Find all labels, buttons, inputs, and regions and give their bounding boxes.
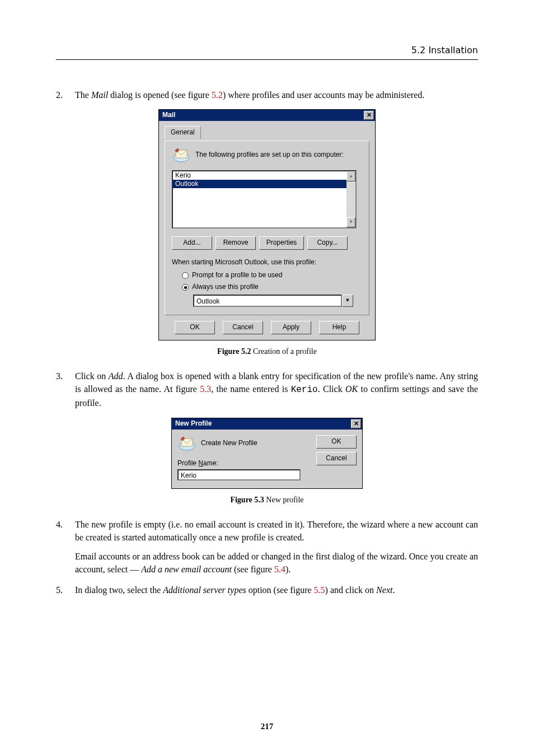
scroll-down-icon[interactable]: ▼ [346,217,355,227]
close-icon[interactable]: ✕ [351,419,361,428]
text: ). [285,564,291,574]
text: The new profile is empty (i.e. no email … [75,518,478,544]
text: The [75,90,91,100]
header-rule [56,59,478,60]
apply-button[interactable]: Apply [271,321,311,334]
list-item[interactable]: Kerio [173,171,346,180]
radio-label: Prompt for a profile to be used [192,270,282,280]
startup-profile-label: When starting Microsoft Outlook, use thi… [172,258,362,267]
new-profile-dialog: New Profile ✕ Create N [171,418,363,489]
list-number: 3. [56,370,75,410]
text: . [392,585,395,595]
list-body: Click on Add. A dialog box is opened wit… [75,370,478,410]
add-button[interactable]: Add... [172,236,212,250]
text: Click on [75,371,109,381]
text: In dialog two, select the [75,585,163,595]
text: Email accounts or an address book can be… [75,550,478,576]
figure-ref-5-5: 5.5 [314,585,325,595]
close-icon[interactable]: ✕ [364,111,374,120]
profiles-description: The following profiles are set up on thi… [195,150,344,160]
profile-icon [177,435,196,452]
properties-button[interactable]: Properties [259,236,304,250]
profiles-listbox[interactable]: Kerio Outlook ▲ ▼ [172,170,357,228]
caption-text: Creation of a profile [251,347,317,356]
cancel-button[interactable]: Cancel [223,321,263,334]
create-new-profile-label: Create New Profile [201,438,257,448]
mnemonic: N [198,459,203,467]
ok-word: OK [345,384,358,394]
mail-dialog: Mail ✕ General [158,109,376,340]
help-button[interactable]: Help [319,321,359,334]
dialog-title: Mail [162,110,175,120]
radio-icon[interactable] [182,272,189,279]
radio-icon[interactable] [182,284,189,291]
profile-name-label: Profile Name: [177,459,311,468]
text: dialog is opened (see figure [108,90,212,100]
list-item[interactable]: Outlook [173,180,346,188]
list-body: The Mail dialog is opened (see figure 5.… [75,88,478,101]
scrollbar[interactable]: ▲ ▼ [346,171,355,227]
radio-label: Always use this profile [192,282,259,292]
text: . Click [318,384,345,394]
list-item-5: 5. In dialog two, select the Additional … [56,584,478,596]
list-body: In dialog two, select the Additional ser… [75,584,478,596]
text: Profile [177,459,198,467]
figure-ref-5-4: 5.4 [274,564,285,574]
figure-5-2-caption: Figure 5.2 Creation of a profile [56,346,478,357]
page-content: 2. The Mail dialog is opened (see figure… [56,88,478,596]
text: (see figure [232,564,274,574]
caption-text: New profile [264,496,304,504]
title-bar: Mail ✕ [159,110,375,121]
list-number: 5. [56,584,75,596]
tab-panel: The following profiles are set up on thi… [165,141,369,315]
code-kerio: Kerio [291,385,318,395]
additional-server-types: Additional server types [163,585,246,595]
list-item-4: 4. The new profile is empty (i.e. no ema… [56,518,478,576]
cancel-button[interactable]: Cancel [316,452,357,465]
running-head: 5.2 Installation [411,45,478,55]
title-bar: New Profile ✕ [172,418,362,430]
list-number: 2. [56,88,75,101]
radio-prompt[interactable]: Prompt for a profile to be used [182,270,362,280]
add-word: Add [109,371,123,381]
list-body: The new profile is empty (i.e. no email … [75,518,478,576]
dialog-title: New Profile [175,419,212,428]
figure-5-3-caption: Figure 5.3 New profile [56,494,478,506]
page-number: 217 [0,722,534,731]
profile-name-input[interactable]: Kerio [177,469,301,480]
default-profile-combo[interactable]: Outlook ▼ [193,295,353,307]
text: option (see figure [246,585,314,595]
figure-ref-5-2: 5.2 [212,90,223,100]
figure-ref-5-3: 5.3 [200,384,211,394]
combo-value[interactable]: Outlook [193,295,342,307]
ok-button[interactable]: OK [175,321,215,334]
chevron-down-icon[interactable]: ▼ [342,295,353,307]
list-number: 4. [56,518,75,576]
remove-button[interactable]: Remove [216,236,256,250]
radio-always[interactable]: Always use this profile [182,282,362,292]
copy-button[interactable]: Copy... [307,236,348,250]
list-item-2: 2. The Mail dialog is opened (see figure… [56,88,478,101]
text: , the name entered is [211,384,291,394]
scroll-up-icon[interactable]: ▲ [346,171,355,181]
text: ame: [203,459,218,467]
caption-label: Figure 5.2 [217,347,251,356]
add-new-email-account: Add a new email account [141,564,232,574]
text: ) and click on [325,585,377,595]
tab-general[interactable]: General [165,126,201,138]
list-item-3: 3. Click on Add. A dialog box is opened … [56,370,478,410]
ok-button[interactable]: OK [316,435,357,449]
profiles-icon [172,147,191,164]
caption-label: Figure 5.3 [230,496,264,504]
text: ) where profiles and user accounts may b… [223,90,424,100]
mail-word: Mail [91,90,108,100]
next-word: Next [376,585,392,595]
